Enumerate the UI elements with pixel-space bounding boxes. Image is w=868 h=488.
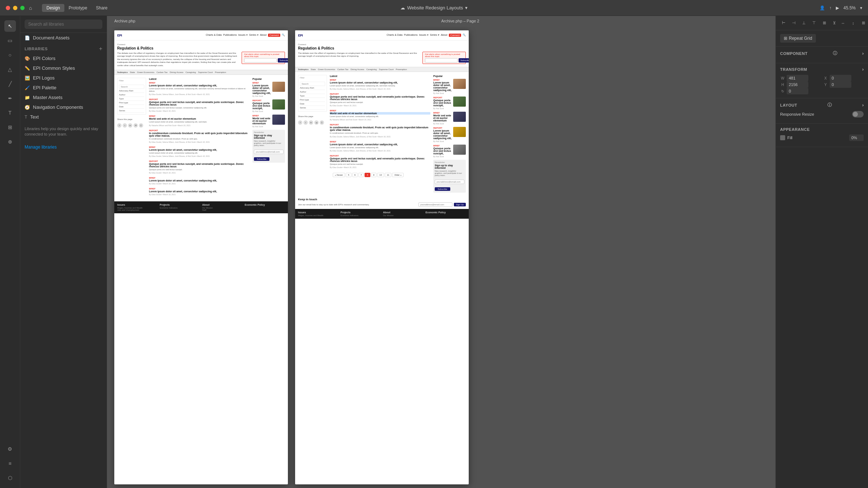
master-assets-item[interactable]: 📁 Master Assets [20, 93, 107, 102]
responsive-row: Responsive Resize [780, 111, 864, 117]
alert-email-input[interactable] [244, 58, 277, 63]
hero-2-intro: The debate over the effect of regulatory… [298, 52, 420, 58]
page-btn-6[interactable]: 6 [352, 173, 358, 177]
rotation-input[interactable] [787, 88, 808, 94]
align-bottom-icon[interactable]: ⊻ [830, 19, 839, 27]
filter-search-input-2[interactable] [300, 82, 325, 86]
dist-v-icon[interactable]: ↕ [849, 19, 858, 27]
assets-icon[interactable]: ⚙ [4, 443, 16, 455]
filter-search-input[interactable] [119, 85, 144, 89]
page-btn-10[interactable]: 10 [377, 173, 384, 177]
fill-color-swatch[interactable] [780, 135, 785, 140]
align-right-icon[interactable]: ⊥ [800, 19, 808, 27]
tab-share[interactable]: Share [92, 4, 112, 12]
epi-palette-item[interactable]: 🖌️ EPI Palette [20, 83, 107, 93]
kit-email-input[interactable] [418, 202, 452, 207]
tab-design[interactable]: Design [42, 4, 64, 12]
epi-colors-item[interactable]: 🎨 EPI Colors [20, 53, 107, 63]
alert-subscribe-btn[interactable]: Subscribe [278, 58, 288, 63]
newsletter-email-2[interactable] [435, 180, 464, 184]
fb-icon-2[interactable]: f [298, 120, 302, 125]
epi-logos-item[interactable]: 🖼️ EPI Logos [20, 73, 107, 83]
canvas-area[interactable]: Archive.php Archive.php – Page 2 EPI Cha… [107, 16, 775, 488]
artboard-tool[interactable]: ⊞ [4, 121, 16, 133]
page-btn-8-active[interactable]: 8 [365, 173, 370, 177]
component-expand-icon[interactable]: › [862, 51, 864, 56]
user-icon[interactable]: 👤 [820, 5, 825, 10]
select-tool[interactable]: ↖ [4, 20, 16, 32]
manage-libraries-link[interactable]: Manage libraries [20, 142, 107, 153]
dist-grid-icon[interactable]: ⊞ [859, 19, 868, 27]
page-btn-5[interactable]: 5 [346, 173, 351, 177]
maximize-button[interactable] [20, 6, 25, 10]
newsletter-email-input[interactable] [254, 150, 284, 154]
align-left-icon[interactable]: ⊢ [779, 19, 788, 27]
dist-h-icon[interactable]: ↔ [839, 19, 847, 27]
twitter-icon[interactable]: t [123, 123, 127, 128]
align-center-h-icon[interactable]: ⊣ [790, 19, 798, 27]
fill-opacity-input[interactable] [849, 134, 864, 141]
site-header-1: EPI Charts & Data Publications Issues ▾ … [114, 30, 288, 40]
ellipse-tool[interactable]: ○ [4, 49, 16, 61]
minimize-button[interactable] [13, 6, 17, 10]
newsletter-label: Newsletter [254, 131, 284, 133]
pr-icon-2[interactable]: ⎙ [320, 120, 324, 125]
width-input[interactable] [787, 75, 808, 81]
page-btn-9[interactable]: 9 [371, 173, 376, 177]
site-nav-1: Charts & Data Publications Issues ▾ Seri… [206, 34, 285, 37]
page-btn-7[interactable]: 7 [358, 173, 364, 177]
zoom-dropdown-icon[interactable]: ▾ [860, 5, 862, 10]
facebook-icon[interactable]: f [117, 123, 122, 128]
search-input[interactable] [25, 20, 102, 29]
zoom-level[interactable]: 45.5% [843, 5, 856, 10]
add-library-button[interactable]: + [99, 46, 102, 52]
pen-tool[interactable]: ✒ [4, 93, 16, 104]
text-tool[interactable]: T [4, 107, 16, 119]
x-input[interactable] [830, 75, 851, 81]
popular-p2-2-meta: By Rob Scott [433, 107, 452, 110]
email-share-icon[interactable]: ✉ [133, 123, 138, 128]
em-icon-2[interactable]: ✉ [314, 120, 319, 125]
page-btn-older[interactable]: Older » [392, 173, 404, 177]
share-icon[interactable]: ↑ [829, 5, 831, 10]
popular-section: Popular BRIEF Lorem ipsum dolor sit amet… [252, 78, 285, 198]
zoom-tool[interactable]: ⊕ [4, 136, 16, 147]
article-p2-5: BRIEF Lorem ipsum dolor sit amet, consec… [330, 141, 430, 152]
layers-icon[interactable]: ≡ [4, 458, 16, 469]
rectangle-tool[interactable]: ▭ [4, 35, 16, 46]
align-top-icon[interactable]: ⊤ [810, 19, 818, 27]
kit-signup-btn[interactable]: Sign Up [454, 203, 466, 206]
responsive-toggle[interactable] [852, 111, 864, 117]
page-btn-11[interactable]: 11 [385, 173, 392, 177]
close-button[interactable] [6, 6, 10, 10]
epi-common-styles-item[interactable]: ✏️ EPI Common Styles [20, 63, 107, 73]
play-icon[interactable]: ▶ [836, 5, 839, 10]
linkedin-icon[interactable]: in [128, 123, 132, 128]
polygon-tool[interactable]: △ [4, 64, 16, 75]
article-4: REPORT In condimentum commodo tincidunt.… [149, 129, 250, 143]
li-icon-2[interactable]: in [309, 120, 313, 125]
height-input[interactable] [787, 81, 808, 88]
alert-email-2[interactable] [425, 58, 458, 63]
repeat-grid-button[interactable]: ⊞ Repeat Grid [780, 34, 816, 43]
y-input[interactable] [830, 81, 851, 88]
tab-prototype[interactable]: Prototype [64, 4, 92, 12]
article-1-tag: BRIEF [149, 82, 250, 84]
repeat-grid-section: ⊞ Repeat Grid [776, 30, 868, 47]
newsletter-subscribe-2[interactable]: Subscribe [435, 187, 450, 191]
kit-form: Sign Up [418, 202, 466, 207]
alert-subscribe-2[interactable]: Subscribe [459, 58, 469, 63]
navigation-components-item[interactable]: 🧭 Navigation Components [20, 102, 107, 112]
newsletter-subscribe-btn[interactable]: Subscribe [254, 157, 269, 161]
plugins-icon[interactable]: ⬡ [4, 472, 16, 484]
transform-expand-icon[interactable]: › [862, 67, 864, 72]
layout-expand-icon[interactable]: › [862, 103, 864, 108]
page-btn-newer[interactable]: « Newer [333, 173, 345, 177]
text-item[interactable]: T Text [20, 112, 107, 122]
print-icon[interactable]: ⎙ [139, 123, 143, 128]
home-icon[interactable]: ⌂ [29, 5, 32, 11]
line-tool[interactable]: ╱ [4, 78, 16, 90]
tw-icon-2[interactable]: t [303, 120, 308, 125]
align-center-v-icon[interactable]: ⊞ [820, 19, 829, 27]
document-assets-item[interactable]: 📄 Document Assets [20, 33, 107, 43]
